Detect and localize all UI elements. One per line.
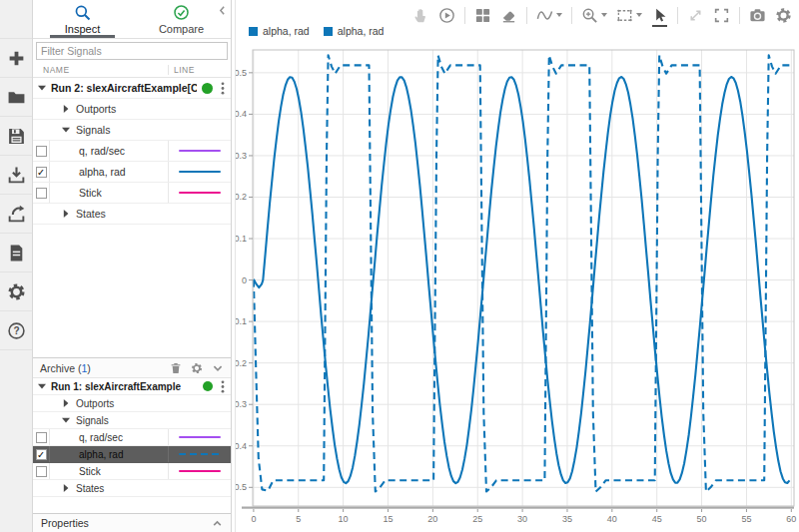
signal-checkbox[interactable] [36, 432, 47, 443]
dropdown-caret-icon[interactable] [636, 13, 642, 17]
plot-panel: alpha, radalpha, rad 0510152025303540455… [236, 0, 799, 532]
expand-caret-icon[interactable] [38, 84, 46, 92]
save-icon [7, 127, 26, 146]
open-button[interactable] [0, 78, 32, 117]
collapse-panel-icon[interactable] [217, 2, 228, 20]
run-menu-icon[interactable] [218, 380, 228, 393]
dropdown-caret-icon[interactable] [601, 13, 607, 17]
signal-checkbox[interactable] [36, 466, 47, 477]
snapshot-button[interactable] [749, 3, 766, 27]
run-row-run-2-slexaircraftexample-current[interactable]: Run 2: slexAircraftExample[Current] [33, 78, 231, 99]
compare-check-icon [173, 4, 190, 22]
save-button[interactable] [0, 117, 32, 156]
signal-row-stick[interactable]: Stick [33, 183, 231, 204]
export-icon [7, 205, 26, 224]
archive-trash-icon[interactable] [170, 362, 182, 374]
open-folder-icon [7, 88, 26, 107]
replay-button[interactable] [438, 3, 455, 27]
preferences-button[interactable] [0, 272, 32, 311]
signal-checkbox[interactable]: ✓ [36, 167, 47, 178]
collapse-caret-icon[interactable] [62, 126, 70, 134]
signal-label: Stick [50, 187, 168, 199]
toolbar-separator [739, 7, 740, 24]
signal-row-alpha-rad[interactable]: ✓alpha, rad [33, 446, 231, 463]
expand-caret-icon[interactable] [62, 105, 70, 113]
import-icon [7, 166, 26, 185]
fullscreen-button[interactable] [713, 3, 730, 27]
import-button[interactable] [0, 156, 32, 195]
group-row-signals[interactable]: Signals [33, 412, 231, 429]
group-label: Signals [76, 415, 109, 426]
select-cursor-button[interactable] [651, 3, 668, 27]
collapse-caret-icon[interactable] [62, 416, 70, 424]
svg-text:60: 60 [786, 514, 796, 524]
signal-row-alpha-rad[interactable]: ✓alpha, rad [33, 162, 231, 183]
archive-label-close: ) [87, 362, 91, 374]
signal-label: alpha, rad [50, 449, 168, 460]
signal-row-q-rad-sec[interactable]: q, rad/sec [33, 429, 231, 446]
line-style-swatch [179, 470, 221, 473]
tab-inspect-label: Inspect [65, 23, 100, 35]
group-label: States [76, 483, 104, 494]
group-row-outports[interactable]: Outports [33, 99, 231, 120]
properties-bar[interactable]: Properties [33, 513, 231, 532]
fit-to-view-button[interactable] [616, 3, 642, 27]
add-button[interactable] [0, 38, 32, 78]
expand-caret-icon[interactable] [62, 484, 70, 492]
dropdown-caret-icon[interactable] [556, 13, 562, 17]
clear-plots-button[interactable] [500, 3, 517, 27]
archive-tree: Run 1: slexAircraftExampleOutportsSignal… [33, 378, 231, 497]
properties-label: Properties [41, 517, 89, 529]
expand-caret-icon[interactable] [38, 382, 46, 390]
filter-signals-input[interactable] [36, 42, 228, 60]
create-report-button[interactable] [0, 234, 32, 272]
line-style-swatch [179, 171, 221, 174]
signal-row-q-rad-sec[interactable]: q, rad/sec [33, 141, 231, 162]
group-row-outports[interactable]: Outports [33, 395, 231, 412]
legend-item: alpha, rad [324, 25, 385, 37]
help-button[interactable]: ? [0, 311, 32, 350]
svg-text:30: 30 [517, 514, 527, 524]
tab-inspect[interactable]: Inspect [33, 0, 132, 38]
signal-options-button[interactable] [536, 3, 562, 27]
maximize-plot-button[interactable] [687, 3, 704, 27]
archive-settings-icon[interactable] [191, 362, 203, 374]
svg-text:-0.1: -0.1 [236, 316, 247, 326]
signal-checkbox[interactable]: ✓ [36, 449, 47, 460]
run-menu-icon[interactable] [218, 82, 228, 95]
plot-settings-button[interactable] [775, 3, 792, 27]
checkbox-cell [33, 463, 50, 479]
svg-text:-0.5: -0.5 [236, 482, 247, 492]
svg-text:0: 0 [242, 275, 247, 285]
expand-caret-icon[interactable] [62, 210, 70, 218]
svg-text:-0.3: -0.3 [236, 399, 247, 409]
svg-text:45: 45 [652, 514, 662, 524]
signal-checkbox[interactable] [36, 188, 47, 199]
svg-text:10: 10 [339, 514, 349, 524]
zoom-button[interactable] [581, 3, 607, 27]
run-label: Run 1: slexAircraftExample [51, 381, 198, 392]
run-status-dot [203, 381, 213, 391]
group-row-signals[interactable]: Signals [33, 120, 231, 141]
group-row-states[interactable]: States [33, 204, 231, 225]
expand-caret-icon[interactable] [62, 399, 70, 407]
signal-label: alpha, rad [50, 166, 168, 178]
group-row-states[interactable]: States [33, 480, 231, 497]
toolbar-separator [571, 7, 572, 24]
signal-plot[interactable]: 0510152025303540455055600.50.40.30.20.10… [236, 0, 799, 532]
svg-text:25: 25 [472, 514, 482, 524]
signal-row-stick[interactable]: Stick [33, 463, 231, 480]
archive-header[interactable]: Archive (1) [33, 357, 231, 378]
archive-collapse-icon[interactable] [212, 362, 224, 374]
group-label: Outports [76, 398, 114, 409]
column-header-line: LINE [168, 65, 231, 75]
properties-expand-icon[interactable] [212, 518, 223, 529]
pan-button[interactable] [412, 3, 429, 27]
signal-table-header: NAME LINE [33, 62, 231, 78]
run-label: Run 2: slexAircraftExample[Current] [51, 82, 197, 94]
export-button[interactable] [0, 195, 32, 234]
subplot-layout-button[interactable] [474, 3, 491, 27]
run-row-run-1-slexaircraftexample[interactable]: Run 1: slexAircraftExample [33, 378, 231, 395]
signal-checkbox[interactable] [36, 146, 47, 157]
checkbox-cell [33, 141, 50, 161]
